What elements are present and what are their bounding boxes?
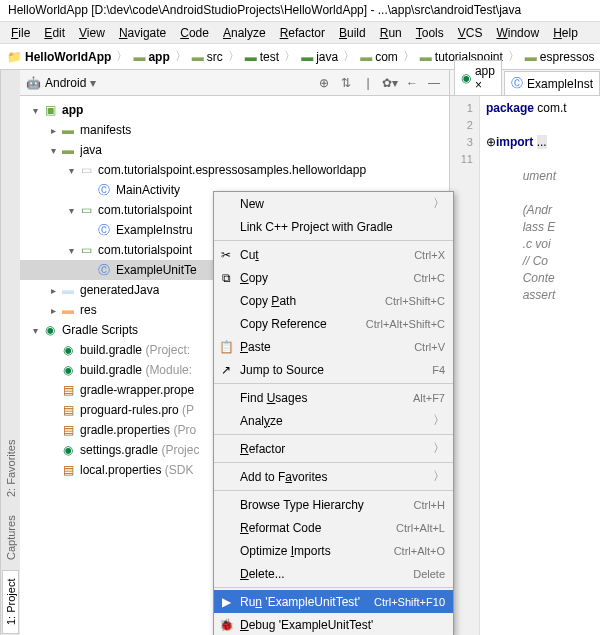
menu-item-cut[interactable]: ✂CutCtrl+X: [214, 243, 453, 266]
menu-item-delete[interactable]: Delete...Delete: [214, 562, 453, 585]
menu-item-link-c-project-with-gradle[interactable]: Link C++ Project with Gradle: [214, 215, 453, 238]
blank-icon: [218, 390, 234, 406]
blank-icon: [218, 566, 234, 582]
crumb-espressos[interactable]: ▬espressos: [522, 50, 598, 64]
editor-tab[interactable]: ◉app ×: [454, 60, 502, 95]
menu-item-jump-to-source[interactable]: ↗Jump to SourceF4: [214, 358, 453, 381]
menu-run[interactable]: Run: [373, 24, 409, 42]
menu-item-copy-reference[interactable]: Copy ReferenceCtrl+Alt+Shift+C: [214, 312, 453, 335]
tree-node[interactable]: ▸▬manifests: [20, 120, 449, 140]
menu-view[interactable]: View: [72, 24, 112, 42]
menu-refactor[interactable]: Refactor: [273, 24, 332, 42]
crumb-src[interactable]: ▬src: [189, 50, 226, 64]
blank-icon: [218, 293, 234, 309]
crumb-helloworldapp[interactable]: 📁HelloWorldApp: [4, 50, 114, 64]
menu-analyze[interactable]: Analyze: [216, 24, 273, 42]
tree-node[interactable]: ▾▣app: [20, 100, 449, 120]
menu-window[interactable]: Window: [489, 24, 546, 42]
crumb-app[interactable]: ▬app: [130, 50, 172, 64]
main-menubar: FileEditViewNavigateCodeAnalyzeRefactorB…: [0, 22, 600, 44]
sort-icon[interactable]: ⇅: [337, 76, 355, 90]
hide-icon[interactable]: —: [425, 76, 443, 90]
context-menu: New〉Link C++ Project with Gradle✂CutCtrl…: [213, 191, 454, 635]
menu-help[interactable]: Help: [546, 24, 585, 42]
menu-build[interactable]: Build: [332, 24, 373, 42]
divider: |: [359, 76, 377, 90]
menu-tools[interactable]: Tools: [409, 24, 451, 42]
crumb-com[interactable]: ▬com: [357, 50, 401, 64]
editor-area: ◉app ×ⒸExampleInst 12311 package com.t ⊕…: [450, 70, 600, 635]
menu-item-find-usages[interactable]: Find UsagesAlt+F7: [214, 386, 453, 409]
menu-code[interactable]: Code: [173, 24, 216, 42]
debug-icon: 🐞: [218, 617, 234, 633]
blank-icon: [218, 316, 234, 332]
crumb-test[interactable]: ▬test: [242, 50, 282, 64]
menu-item-refactor[interactable]: Refactor〉: [214, 437, 453, 460]
tree-node[interactable]: ▾▭com.tutorialspoint.espressosamples.hel…: [20, 160, 449, 180]
menu-item-browse-type-hierarchy[interactable]: Browse Type HierarchyCtrl+H: [214, 493, 453, 516]
menu-item-add-to-favorites[interactable]: Add to Favorites〉: [214, 465, 453, 488]
project-panel-title[interactable]: Android: [45, 76, 86, 90]
blank-icon: [218, 497, 234, 513]
menu-file[interactable]: File: [4, 24, 37, 42]
menu-item-optimize-imports[interactable]: Optimize ImportsCtrl+Alt+O: [214, 539, 453, 562]
editor-tabs: ◉app ×ⒸExampleInst: [450, 70, 600, 96]
editor-body[interactable]: 12311 package com.t ⊕import ... ument (A…: [450, 96, 600, 635]
code-area[interactable]: package com.t ⊕import ... ument (Andr la…: [480, 96, 573, 635]
copy-icon: ⧉: [218, 270, 234, 286]
target-icon[interactable]: ⊕: [315, 76, 333, 90]
blank-icon: [218, 196, 234, 212]
blank-icon: [218, 543, 234, 559]
gear-icon[interactable]: ✿▾: [381, 76, 399, 90]
menu-item-paste[interactable]: 📋PasteCtrl+V: [214, 335, 453, 358]
paste-icon: 📋: [218, 339, 234, 355]
menu-item-analyze[interactable]: Analyze〉: [214, 409, 453, 432]
blank-icon: [218, 469, 234, 485]
menu-item-copy-path[interactable]: Copy PathCtrl+Shift+C: [214, 289, 453, 312]
line-number-gutter: 12311: [450, 96, 480, 635]
window-title: HelloWorldApp [D:\dev\code\AndroidStudio…: [0, 0, 600, 22]
run-icon: ▶: [218, 594, 234, 610]
jump-icon: ↗: [218, 362, 234, 378]
blank-icon: [218, 219, 234, 235]
gutter-tab-captures[interactable]: Captures: [2, 507, 19, 568]
android-icon: 🤖: [26, 76, 41, 90]
gutter-tab-favorites[interactable]: 2: Favorites: [2, 431, 19, 504]
menu-item-run-exampleunittest[interactable]: ▶Run 'ExampleUnitTest'Ctrl+Shift+F10: [214, 590, 453, 613]
menu-item-reformat-code[interactable]: Reformat CodeCtrl+Alt+L: [214, 516, 453, 539]
crumb-java[interactable]: ▬java: [298, 50, 341, 64]
blank-icon: [218, 520, 234, 536]
project-panel-header: 🤖 Android ▾ ⊕ ⇅ | ✿▾ ← —: [20, 70, 449, 96]
tree-node[interactable]: ▾▬java: [20, 140, 449, 160]
menu-item-new[interactable]: New〉: [214, 192, 453, 215]
blank-icon: [218, 413, 234, 429]
breadcrumb: 📁HelloWorldApp〉▬app〉▬src〉▬test〉▬java〉▬co…: [0, 44, 600, 70]
collapse-left-icon[interactable]: ←: [403, 76, 421, 90]
editor-tab[interactable]: ⒸExampleInst: [504, 71, 600, 95]
menu-edit[interactable]: Edit: [37, 24, 72, 42]
menu-navigate[interactable]: Navigate: [112, 24, 173, 42]
left-gutter: 1: ProjectCaptures2: Favorites: [0, 70, 20, 635]
gutter-tab-project[interactable]: 1: Project: [2, 570, 19, 634]
menu-item-debug-exampleunittest[interactable]: 🐞Debug 'ExampleUnitTest': [214, 613, 453, 635]
menu-vcs[interactable]: VCS: [451, 24, 490, 42]
blank-icon: [218, 441, 234, 457]
cut-icon: ✂: [218, 247, 234, 263]
menu-item-copy[interactable]: ⧉CopyCtrl+C: [214, 266, 453, 289]
